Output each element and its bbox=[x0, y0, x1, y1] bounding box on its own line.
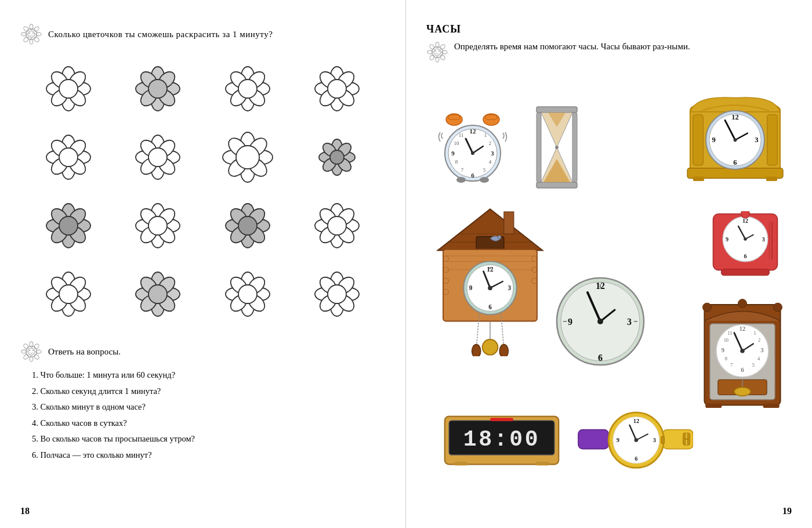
svg-text:7: 7 bbox=[461, 167, 464, 173]
svg-point-10 bbox=[29, 32, 30, 34]
svg-rect-212 bbox=[693, 176, 704, 181]
svg-text:3: 3 bbox=[627, 317, 632, 327]
flower-10 bbox=[115, 194, 200, 258]
svg-point-0 bbox=[26, 29, 37, 40]
svg-point-260 bbox=[509, 287, 511, 289]
left-page-header: Сколько цветочков ты сможешь раскрасить … bbox=[48, 28, 273, 41]
svg-point-56 bbox=[59, 148, 78, 167]
flower-13 bbox=[26, 262, 111, 326]
flower-11 bbox=[205, 194, 290, 258]
svg-point-288 bbox=[773, 303, 782, 312]
svg-point-83 bbox=[330, 150, 344, 164]
right-intro-text: Определять время нам помогают часы. Часы… bbox=[454, 40, 690, 53]
svg-point-241 bbox=[498, 236, 501, 239]
hourglass bbox=[522, 104, 592, 193]
svg-rect-206 bbox=[572, 113, 577, 182]
svg-text:1: 1 bbox=[753, 330, 756, 336]
svg-rect-182 bbox=[448, 115, 460, 120]
svg-point-270 bbox=[472, 345, 481, 356]
svg-text:1: 1 bbox=[484, 132, 487, 138]
svg-text:8: 8 bbox=[725, 356, 727, 361]
svg-text:2: 2 bbox=[489, 140, 492, 146]
svg-point-110 bbox=[238, 216, 257, 235]
svg-point-165 bbox=[33, 353, 39, 360]
svg-point-286 bbox=[703, 303, 712, 312]
svg-point-128 bbox=[59, 285, 78, 303]
svg-point-20 bbox=[59, 79, 78, 98]
svg-point-265 bbox=[488, 286, 492, 291]
questions-sun-icon bbox=[20, 341, 42, 363]
svg-point-157 bbox=[28, 348, 34, 355]
questions-header: Ответь на вопросы. bbox=[20, 341, 385, 363]
flower-6 bbox=[115, 125, 200, 189]
flower-14 bbox=[115, 262, 200, 326]
svg-point-38 bbox=[238, 79, 257, 98]
svg-point-8 bbox=[23, 36, 29, 42]
mantel-clock: 12 3 6 9 bbox=[684, 89, 786, 185]
svg-point-1 bbox=[28, 31, 34, 37]
grandfather-clock: 12 3 6 9 1 2 4 5 11 10 8 7 bbox=[699, 298, 786, 417]
right-page: ЧАСЫ Определять время bbox=[406, 0, 812, 528]
alarm-clock: 12 3 6 9 1 2 4 5 11 10 8 7 bbox=[432, 107, 513, 190]
digital-clock: 18:00 bbox=[444, 414, 560, 469]
wall-clock: 12 3 6 9 bbox=[554, 275, 647, 370]
svg-point-166 bbox=[29, 350, 30, 351]
svg-point-284 bbox=[597, 319, 603, 324]
questions-intro: Ответь на вопросы. bbox=[48, 347, 121, 357]
svg-point-9 bbox=[33, 36, 39, 42]
svg-text:6: 6 bbox=[741, 367, 744, 373]
svg-point-155 bbox=[328, 285, 346, 303]
svg-rect-183 bbox=[485, 115, 497, 120]
svg-point-222 bbox=[734, 138, 737, 142]
svg-text:9: 9 bbox=[451, 150, 455, 157]
svg-point-268 bbox=[483, 339, 498, 355]
question-4: 4. Сколько часов в сутках? bbox=[32, 415, 385, 432]
svg-point-179 bbox=[438, 50, 440, 52]
svg-point-232 bbox=[741, 211, 750, 218]
right-sun-icon bbox=[426, 41, 448, 63]
svg-rect-316 bbox=[536, 462, 549, 465]
svg-rect-317 bbox=[578, 429, 608, 449]
question-2: 2. Сколько секунд длится 1 минута? bbox=[32, 384, 385, 400]
svg-point-7 bbox=[33, 26, 39, 32]
svg-text:5: 5 bbox=[752, 362, 755, 368]
book-spread: Сколько цветочков ты сможешь раскрасить … bbox=[0, 0, 812, 528]
flower-16 bbox=[295, 262, 379, 326]
svg-point-163 bbox=[33, 343, 39, 349]
svg-point-177 bbox=[439, 54, 445, 60]
svg-text:6: 6 bbox=[471, 172, 474, 179]
svg-rect-310 bbox=[763, 404, 780, 408]
left-page: Сколько цветочков ты сможешь раскрасить … bbox=[0, 0, 406, 528]
svg-point-164 bbox=[23, 353, 29, 360]
svg-text:9: 9 bbox=[722, 347, 724, 353]
svg-text:2: 2 bbox=[758, 337, 760, 343]
svg-point-92 bbox=[59, 216, 78, 235]
svg-point-200 bbox=[471, 151, 474, 155]
svg-point-29 bbox=[148, 79, 167, 98]
svg-text:3: 3 bbox=[762, 236, 765, 243]
svg-point-178 bbox=[435, 50, 436, 52]
flower-9 bbox=[26, 194, 111, 258]
svg-point-330 bbox=[635, 438, 639, 442]
svg-text:18:00: 18:00 bbox=[463, 427, 541, 452]
svg-text:4: 4 bbox=[489, 159, 492, 165]
svg-point-262 bbox=[469, 287, 472, 289]
svg-point-47 bbox=[328, 79, 346, 98]
svg-text:9: 9 bbox=[617, 437, 619, 443]
right-title: ЧАСЫ bbox=[426, 23, 792, 35]
svg-point-308 bbox=[734, 387, 751, 396]
svg-point-174 bbox=[429, 44, 435, 50]
svg-rect-233 bbox=[721, 269, 769, 276]
svg-text:8: 8 bbox=[455, 159, 458, 165]
svg-text:7: 7 bbox=[730, 362, 733, 368]
flower-1 bbox=[26, 57, 111, 121]
svg-rect-209 bbox=[693, 115, 703, 165]
flower-7 bbox=[205, 125, 290, 189]
flower-5 bbox=[26, 125, 111, 189]
right-intro-container: Определять время нам помогают часы. Часы… bbox=[426, 40, 792, 63]
svg-text:12: 12 bbox=[633, 418, 639, 424]
svg-text:10: 10 bbox=[724, 337, 728, 343]
svg-rect-204 bbox=[536, 182, 577, 188]
svg-text:6: 6 bbox=[488, 303, 492, 310]
svg-text:3: 3 bbox=[755, 136, 758, 144]
